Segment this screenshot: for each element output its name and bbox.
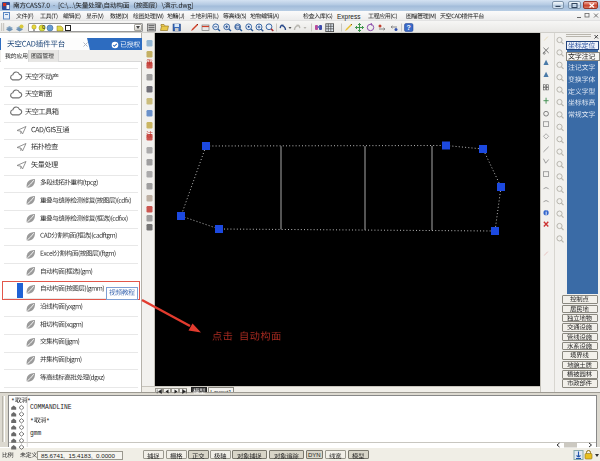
svg-text:?: ?: [407, 24, 411, 31]
